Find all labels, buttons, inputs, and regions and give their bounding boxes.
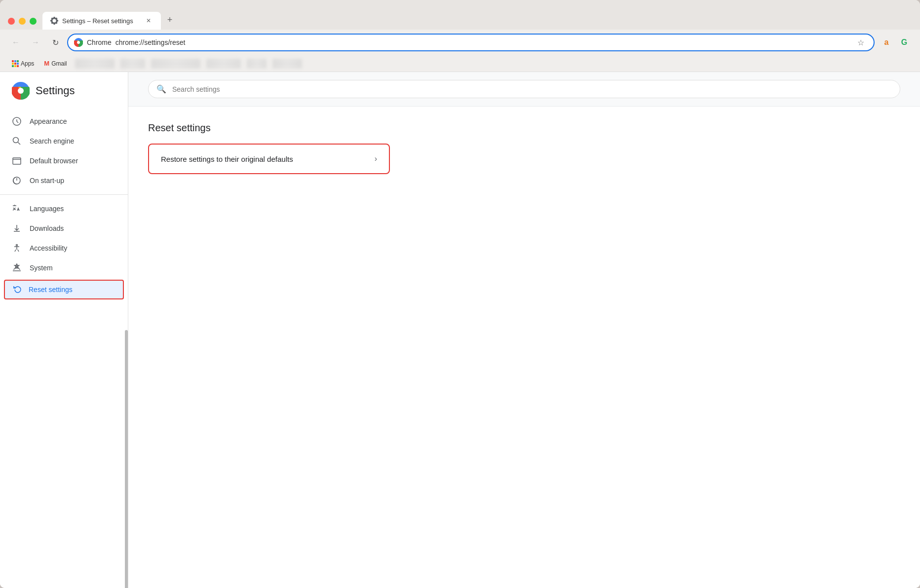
back-icon: ← bbox=[12, 38, 20, 47]
system-label: System bbox=[30, 264, 53, 272]
tab-close-button[interactable]: ✕ bbox=[144, 16, 153, 25]
content-body: Reset settings Restore settings to their… bbox=[128, 107, 920, 190]
default-browser-icon bbox=[12, 156, 22, 166]
restore-chevron-icon: › bbox=[375, 154, 377, 163]
reload-button[interactable]: ↻ bbox=[47, 35, 63, 50]
search-icon: 🔍 bbox=[156, 84, 166, 94]
chrome-logo bbox=[12, 82, 30, 100]
nav-divider bbox=[0, 194, 128, 195]
tab-settings-icon bbox=[50, 17, 58, 25]
sidebar-nav: Appearance Search engine bbox=[0, 111, 128, 301]
title-bar: Settings – Reset settings ✕ + bbox=[0, 0, 920, 30]
chrome-browser-label: Chrome bbox=[87, 38, 112, 46]
minimize-button[interactable] bbox=[19, 18, 26, 25]
search-settings-input[interactable] bbox=[172, 85, 892, 93]
active-tab[interactable]: Settings – Reset settings ✕ bbox=[42, 12, 161, 30]
chrome-icon bbox=[74, 38, 83, 47]
extension2-button[interactable]: G bbox=[896, 35, 912, 50]
downloads-icon bbox=[12, 223, 22, 233]
bookmark-blurred-6[interactable] bbox=[272, 59, 302, 69]
sidebar-item-search-engine[interactable]: Search engine bbox=[0, 131, 120, 151]
sidebar: Settings Appearance bbox=[0, 72, 128, 588]
svg-point-12 bbox=[16, 245, 18, 246]
scrollbar-thumb bbox=[125, 330, 128, 588]
main-area: Settings Appearance bbox=[0, 72, 920, 588]
sidebar-item-downloads[interactable]: Downloads bbox=[0, 219, 120, 238]
on-startup-icon bbox=[12, 176, 22, 185]
gmail-label: Gmail bbox=[51, 60, 67, 67]
svg-point-5 bbox=[18, 88, 24, 94]
sidebar-item-appearance[interactable]: Appearance bbox=[0, 111, 120, 131]
new-tab-button[interactable]: + bbox=[163, 13, 177, 27]
sidebar-item-reset-settings[interactable]: Reset settings bbox=[4, 280, 124, 299]
svg-point-13 bbox=[16, 265, 18, 267]
reset-settings-icon bbox=[13, 285, 23, 294]
bookmarks-bar: Apps M Gmail bbox=[0, 55, 920, 72]
bookmark-blurred-4[interactable] bbox=[206, 59, 241, 69]
apps-label: Apps bbox=[21, 60, 34, 67]
accessibility-icon bbox=[12, 243, 22, 253]
reset-settings-label: Reset settings bbox=[29, 286, 73, 294]
maximize-button[interactable] bbox=[30, 18, 37, 25]
sidebar-item-languages[interactable]: Languages bbox=[0, 199, 120, 219]
bookmark-blurred-1[interactable] bbox=[75, 59, 115, 69]
apps-grid-icon bbox=[12, 60, 19, 67]
settings-page-title: Settings bbox=[36, 84, 75, 97]
gmail-icon: M bbox=[44, 60, 49, 67]
sidebar-item-default-browser[interactable]: Default browser bbox=[0, 151, 120, 171]
languages-icon bbox=[12, 204, 22, 214]
toolbar-extensions: a G bbox=[879, 35, 912, 50]
restore-settings-label: Restore settings to their original defau… bbox=[161, 155, 293, 163]
back-button[interactable]: ← bbox=[8, 35, 24, 50]
settings-header: Settings bbox=[0, 82, 128, 111]
address-bar[interactable]: Chrome ☆ bbox=[67, 34, 875, 51]
on-startup-label: On start-up bbox=[30, 177, 64, 184]
star-icon: ☆ bbox=[857, 38, 864, 47]
url-input[interactable] bbox=[115, 38, 850, 46]
forward-icon: → bbox=[32, 38, 39, 47]
appearance-label: Appearance bbox=[30, 117, 67, 125]
sidebar-item-on-startup[interactable]: On start-up bbox=[0, 171, 120, 190]
appearance-icon bbox=[12, 116, 22, 126]
search-engine-icon bbox=[12, 136, 22, 146]
default-browser-label: Default browser bbox=[30, 157, 78, 165]
forward-button[interactable]: → bbox=[28, 35, 43, 50]
sidebar-scrollbar[interactable] bbox=[125, 72, 128, 588]
system-icon bbox=[12, 263, 22, 273]
sidebar-item-accessibility[interactable]: Accessibility bbox=[0, 238, 120, 258]
svg-line-8 bbox=[18, 143, 21, 145]
bookmark-star-button[interactable]: ☆ bbox=[854, 36, 868, 49]
search-bar-container: 🔍 bbox=[128, 72, 920, 107]
downloads-label: Downloads bbox=[30, 224, 64, 232]
reload-icon: ↻ bbox=[52, 38, 59, 47]
restore-settings-card[interactable]: Restore settings to their original defau… bbox=[148, 144, 390, 174]
close-button[interactable] bbox=[8, 18, 15, 25]
tab-title: Settings – Reset settings bbox=[62, 17, 140, 25]
bookmark-blurred-5[interactable] bbox=[247, 59, 267, 69]
accessibility-label: Accessibility bbox=[30, 244, 67, 252]
reset-settings-section-title: Reset settings bbox=[148, 122, 900, 134]
sidebar-item-system[interactable]: System bbox=[0, 258, 120, 278]
bookmark-apps[interactable]: Apps bbox=[8, 59, 38, 69]
svg-point-2 bbox=[77, 41, 80, 44]
svg-point-7 bbox=[13, 138, 19, 143]
search-settings-bar[interactable]: 🔍 bbox=[148, 80, 900, 98]
window-controls bbox=[8, 18, 37, 25]
bookmark-gmail[interactable]: M Gmail bbox=[40, 58, 71, 69]
bookmark-blurred-3[interactable] bbox=[151, 59, 200, 69]
search-engine-label: Search engine bbox=[30, 137, 74, 145]
bookmark-blurred-2[interactable] bbox=[120, 59, 145, 69]
content-area: 🔍 Reset settings Restore settings to the… bbox=[128, 72, 920, 588]
extension1-button[interactable]: a bbox=[879, 35, 894, 50]
languages-label: Languages bbox=[30, 205, 64, 213]
svg-rect-9 bbox=[13, 158, 21, 164]
toolbar: ← → ↻ Chrome ☆ a G bbox=[0, 30, 920, 55]
browser-window: Settings – Reset settings ✕ + ← → ↻ Chr bbox=[0, 0, 920, 588]
